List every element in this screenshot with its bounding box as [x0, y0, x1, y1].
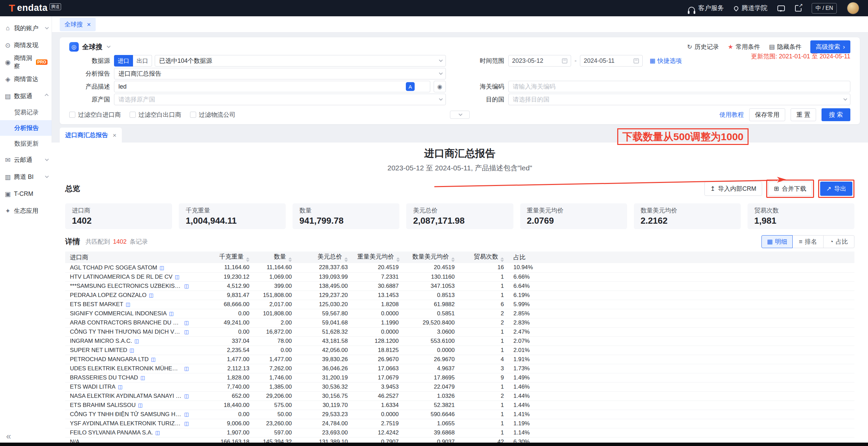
merge-download-button[interactable]: ⊞ 合并下载 — [768, 182, 812, 196]
translate-icon[interactable]: A — [406, 82, 415, 91]
checkbox-icon[interactable] — [69, 112, 75, 118]
sidebar-item-bi[interactable]: ▥ 腾道 BI — [0, 168, 52, 185]
importer-name[interactable]: CÔNG TY TNHH THƯƠNG MẠI DỊCH VỤ ĐIỆN MẠN… — [70, 329, 182, 335]
quick-options-link[interactable]: ▦ 快捷选项 — [649, 57, 682, 65]
date-to-input[interactable]: 2024-05-11 — [580, 55, 643, 67]
importer-name[interactable]: ARAB CONTRACTORS BRANCHE DU TCHAD — [70, 319, 182, 326]
company-detail-icon[interactable]: ◫ — [169, 311, 174, 316]
column-header[interactable]: 美元总价 — [297, 252, 353, 263]
sort-icon[interactable] — [451, 257, 455, 262]
advanced-search-button[interactable]: 高级搜索 › — [810, 40, 850, 53]
sort-icon[interactable] — [501, 257, 504, 262]
table-row[interactable]: NASA ELEKTRIK AYDINLATMA SANAYI VE TICAR… — [65, 391, 854, 401]
analysis-report-select[interactable]: 进口商汇总报告 — [114, 68, 446, 79]
search-button[interactable]: 搜 索 — [822, 108, 850, 121]
avatar[interactable] — [847, 2, 859, 14]
sort-icon[interactable] — [246, 257, 249, 262]
history-button[interactable]: ↻ 历史记录 — [687, 43, 719, 51]
column-header[interactable]: 贸易次数 — [459, 252, 509, 263]
company-detail-icon[interactable]: ◫ — [126, 301, 130, 307]
table-row[interactable]: ARAB CONTRACTORS BRANCHE DU TCHAD◫49,241… — [65, 318, 854, 327]
close-icon[interactable]: × — [113, 132, 116, 138]
view-button-share[interactable]: ◔占比 — [823, 235, 854, 248]
import-toggle[interactable]: 进口 — [114, 55, 133, 67]
company-detail-icon[interactable]: ◫ — [138, 402, 143, 408]
company-detail-icon[interactable]: ◫ — [149, 292, 154, 298]
table-row[interactable]: CÔNG TY TNHH THƯƠNG MẠI DỊCH VỤ ĐIỆN MẠN… — [65, 327, 854, 336]
image-search-icon[interactable]: ◉ — [434, 81, 446, 92]
sidebar-subitem-trade-records[interactable]: 贸易记录 — [0, 105, 52, 120]
hs-code-input[interactable] — [508, 81, 850, 92]
company-detail-icon[interactable]: ◫ — [184, 421, 189, 426]
view-button-detail[interactable]: ▦明细 — [761, 235, 793, 248]
sidebar-subitem-data-update[interactable]: 数据更新 — [0, 136, 52, 151]
sort-icon[interactable] — [344, 257, 348, 262]
table-row[interactable]: BRASSERIES DU TCHAD◫1,828.001,746.0031,2… — [65, 373, 854, 382]
importer-name[interactable]: UDES ELEKTRIK ELEKTRONIK MÜHENDISLIK SAN… — [70, 365, 182, 372]
table-row[interactable]: YSF AYDINLATMA ELEKTRONIK TURIZM SANAYI … — [65, 419, 854, 428]
dest-country-select[interactable]: 请选择目的国 — [508, 94, 850, 105]
company-detail-icon[interactable]: ◫ — [118, 384, 122, 390]
company-detail-icon[interactable]: ◫ — [151, 356, 156, 362]
company-detail-icon[interactable]: ◫ — [184, 393, 189, 399]
checkbox-icon[interactable] — [190, 112, 196, 118]
importer-name[interactable]: ETS BRAHIM SALISSOU — [70, 402, 136, 409]
company-detail-icon[interactable]: ◫ — [175, 274, 180, 280]
origin-country-select[interactable]: 请选择原产国 — [114, 94, 446, 105]
company-detail-icon[interactable]: ◫ — [184, 329, 189, 335]
customer-service-link[interactable]: 客户服务 — [688, 4, 724, 13]
sidebar-collapse-button[interactable]: « — [6, 432, 11, 441]
checkbox-icon[interactable] — [130, 112, 136, 118]
table-row[interactable]: SUPER NET LIMITED◫2,235.540.0042,056.001… — [65, 346, 854, 355]
company-detail-icon[interactable]: ◫ — [159, 265, 164, 271]
chat-icon[interactable] — [777, 5, 785, 11]
importer-name[interactable]: ETS BEST MARKET — [70, 301, 123, 308]
company-detail-icon[interactable]: ◫ — [184, 366, 189, 371]
filter-checkbox[interactable]: 过滤空白出口商 — [130, 111, 181, 119]
company-detail-icon[interactable]: ◫ — [184, 411, 189, 417]
importer-name[interactable]: SUPER NET LIMITED — [70, 347, 127, 354]
sidebar-item-mail[interactable]: ✉ 云邮通 — [0, 151, 52, 168]
close-icon[interactable]: × — [87, 21, 91, 28]
importer-name[interactable]: BRASSERIES DU TCHAD — [70, 374, 138, 381]
company-detail-icon[interactable]: ◫ — [134, 338, 139, 344]
table-row[interactable]: HTV LATINOAMERICA S DE RL DE CV◫19,230.1… — [65, 272, 854, 281]
importer-name[interactable]: AGL TCHAD P/C SOGEA SATOM — [70, 264, 157, 271]
company-detail-icon[interactable]: ◫ — [184, 320, 189, 326]
sidebar-item-discovery[interactable]: ⊙ 商情发现 — [0, 37, 52, 54]
importer-name[interactable]: SIGNIFY COMMERCIAL INDONESIA — [70, 310, 167, 317]
importer-name[interactable]: INGRAM MICRO S.A.C. — [70, 338, 132, 345]
table-row[interactable]: CÔNG TY TNHH ĐIỆN TỬ SAMSUNG HCMC CE COM… — [65, 410, 854, 419]
column-header[interactable]: 数量美元均价 — [403, 252, 459, 263]
sidebar-subitem-analysis-report[interactable]: 分析报告 — [0, 120, 52, 136]
importer-name[interactable]: CÔNG TY TNHH ĐIỆN TỬ SAMSUNG HCMC CE COM… — [70, 411, 182, 418]
sidebar-item-account[interactable]: ⌂ 我的账户 — [0, 20, 52, 37]
sidebar-item-insight[interactable]: ◉ 商情洞察 PRO — [0, 54, 52, 71]
importer-name[interactable]: YSF AYDINLATMA ELEKTRONIK TURIZM SANAYI … — [70, 420, 182, 427]
sidebar-item-data[interactable]: ▤ 数据通 — [0, 88, 52, 105]
academy-link[interactable]: 腾道学院 — [734, 4, 767, 13]
sort-icon[interactable] — [288, 257, 292, 262]
save-common-button[interactable]: 保存常用 — [749, 108, 785, 121]
table-row[interactable]: UDES ELEKTRIK ELEKTRONIK MÜHENDISLIK SAN… — [65, 364, 854, 373]
importer-name[interactable]: FEILO SYLVANIA PANAMA S.A. — [70, 429, 153, 436]
importer-name[interactable]: ETS WADI LITRA — [70, 384, 115, 390]
table-row[interactable]: ETS WADI LITRA◫7,740.001,385.0030,536.32… — [65, 382, 854, 391]
product-desc-input[interactable] — [114, 81, 430, 92]
sidebar-item-radar[interactable]: ◈ 商情雷达 — [0, 71, 52, 88]
favorite-conditions-button[interactable]: ★ 常用条件 — [728, 43, 760, 51]
table-row[interactable]: ETS BRAHIM SALISSOU◫18,440.00575.0030,11… — [65, 401, 854, 410]
table-row[interactable]: INGRAM MICRO S.A.C.◫337.0478.0043,181.58… — [65, 336, 854, 346]
external-link-icon[interactable] — [795, 5, 801, 12]
sidebar-item-eco-apps[interactable]: ✦ 生态应用 — [0, 202, 52, 219]
data-source-select[interactable]: 已选中104个数据源 — [155, 55, 446, 67]
view-button-ranking[interactable]: ≡排名 — [792, 235, 824, 248]
importer-name[interactable]: NASA ELEKTRIK AYDINLATMA SANAYI VE TICAR… — [70, 393, 182, 399]
date-from-input[interactable]: 2023-05-12 — [508, 55, 571, 67]
export-toggle[interactable]: 出口 — [133, 55, 152, 67]
importer-name[interactable]: HTV LATINOAMERICA S DE RL DE CV — [70, 274, 172, 280]
company-detail-icon[interactable]: ◫ — [155, 430, 160, 435]
company-detail-icon[interactable]: ◫ — [130, 347, 134, 353]
tutorial-link[interactable]: 使用教程 — [719, 111, 744, 119]
sort-icon[interactable] — [396, 257, 400, 262]
